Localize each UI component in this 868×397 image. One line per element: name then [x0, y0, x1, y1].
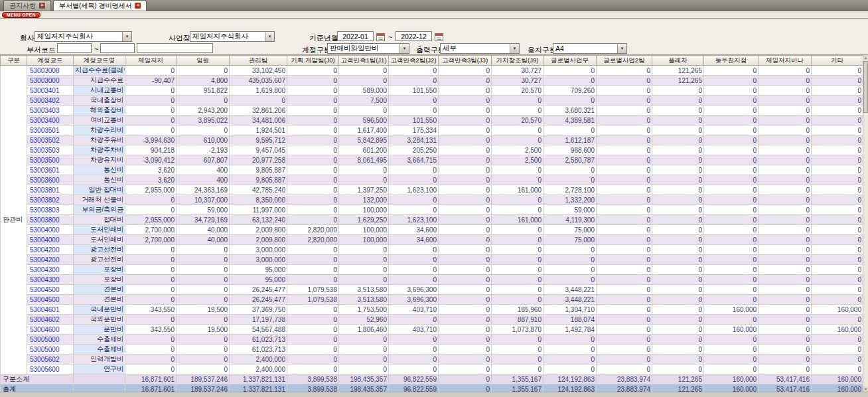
value-cell[interactable]: 3,664,715: [389, 155, 439, 165]
value-cell[interactable]: 61,023,713: [230, 335, 287, 345]
value-cell[interactable]: 160,000: [812, 305, 863, 315]
value-cell[interactable]: 0: [287, 86, 339, 96]
value-cell[interactable]: 160,000: [704, 305, 759, 315]
value-cell[interactable]: 0: [812, 145, 863, 155]
value-cell[interactable]: 400: [177, 165, 230, 175]
value-cell[interactable]: 1,623,100: [389, 185, 439, 195]
account-name-cell[interactable]: 수출제비: [74, 335, 125, 345]
value-cell[interactable]: 0: [812, 345, 863, 355]
account-code-cell[interactable]: 53004600: [27, 325, 74, 335]
value-cell[interactable]: 0: [812, 285, 863, 295]
value-cell[interactable]: 887,910: [492, 315, 543, 325]
value-cell[interactable]: 0: [652, 225, 704, 235]
column-header[interactable]: 동두천지점: [704, 56, 759, 66]
value-cell[interactable]: 0: [339, 66, 389, 76]
value-cell[interactable]: 0: [597, 245, 652, 255]
account-code-cell[interactable]: 53003503: [27, 145, 74, 155]
value-cell[interactable]: 26,245,477: [230, 285, 287, 295]
account-name-cell[interactable]: 국내출장비: [74, 96, 125, 106]
account-name-cell[interactable]: 포장비: [74, 275, 125, 285]
value-cell[interactable]: 0: [704, 145, 759, 155]
value-cell[interactable]: 0: [652, 116, 704, 125]
value-cell[interactable]: 0: [759, 165, 812, 175]
value-cell[interactable]: 1,924,501: [230, 125, 287, 135]
account-name-cell[interactable]: 해외출장비: [74, 106, 125, 116]
value-cell[interactable]: 0: [759, 335, 812, 345]
value-cell[interactable]: 0: [597, 215, 652, 225]
account-code-cell[interactable]: 53003501: [27, 125, 74, 135]
value-cell[interactable]: 0: [812, 135, 863, 145]
value-cell[interactable]: 0: [759, 116, 812, 125]
value-cell[interactable]: 0: [652, 355, 704, 364]
value-cell[interactable]: 0: [287, 345, 339, 355]
value-cell[interactable]: 0: [543, 76, 597, 86]
value-cell[interactable]: 0: [597, 285, 652, 295]
value-cell[interactable]: 2,700,000: [125, 235, 177, 245]
value-cell[interactable]: 0: [812, 225, 863, 235]
value-cell[interactable]: 0: [704, 185, 759, 195]
paper-type-select[interactable]: A4 ▼: [553, 43, 627, 54]
value-cell[interactable]: 0: [177, 295, 230, 305]
value-cell[interactable]: 0: [439, 285, 492, 295]
value-cell[interactable]: 9,457,045: [230, 145, 287, 155]
value-cell[interactable]: 0: [125, 355, 177, 364]
value-cell[interactable]: 0: [439, 225, 492, 235]
account-name-cell[interactable]: 시내교통비: [74, 86, 125, 96]
value-cell[interactable]: 20,570: [492, 116, 543, 125]
value-cell[interactable]: 160,000: [704, 374, 759, 384]
value-cell[interactable]: 19,500: [177, 305, 230, 315]
value-cell[interactable]: 9,805,887: [230, 165, 287, 175]
value-cell[interactable]: 0: [125, 96, 177, 106]
value-cell[interactable]: 0: [652, 135, 704, 145]
account-name-cell[interactable]: 통신비: [74, 165, 125, 175]
value-cell[interactable]: 0: [759, 215, 812, 225]
value-cell[interactable]: 0: [177, 265, 230, 275]
value-cell[interactable]: 0: [812, 335, 863, 345]
value-cell[interactable]: 0: [759, 325, 812, 335]
value-cell[interactable]: 2,943,200: [177, 106, 230, 116]
value-cell[interactable]: 100,000: [339, 205, 389, 215]
account-name-cell[interactable]: 국내운반비: [74, 305, 125, 315]
column-header[interactable]: 임원: [177, 56, 230, 66]
value-cell[interactable]: 0: [543, 265, 597, 275]
value-cell[interactable]: 33,102,450: [230, 66, 287, 76]
value-cell[interactable]: 0: [704, 255, 759, 265]
account-type-select[interactable]: 판매비와일반비 ▼: [327, 43, 409, 54]
value-cell[interactable]: 0: [812, 235, 863, 245]
value-cell[interactable]: 0: [652, 215, 704, 225]
account-code-cell[interactable]: 53003500: [27, 155, 74, 165]
value-cell[interactable]: 0: [492, 195, 543, 205]
value-cell[interactable]: 0: [543, 275, 597, 285]
value-cell[interactable]: 0: [287, 125, 339, 135]
value-cell[interactable]: 0: [339, 76, 389, 86]
value-cell[interactable]: 124,192,863: [543, 374, 597, 384]
value-cell[interactable]: 34,481,006: [230, 116, 287, 125]
value-cell[interactable]: 0: [704, 225, 759, 235]
value-cell[interactable]: 0: [759, 305, 812, 315]
value-cell[interactable]: 0: [125, 364, 177, 374]
table-row[interactable]: 53004000도서인쇄비2,700,00040,0002,009,8002,8…: [1, 225, 863, 235]
value-cell[interactable]: 0: [389, 106, 439, 116]
column-header[interactable]: 제일저지비나: [759, 56, 812, 66]
value-cell[interactable]: 0: [177, 66, 230, 76]
vertical-scrollbar[interactable]: ▲ ▼: [863, 55, 868, 392]
value-cell[interactable]: 0: [177, 255, 230, 265]
calendar-icon[interactable]: [435, 32, 443, 40]
value-cell[interactable]: 0: [652, 235, 704, 245]
value-cell[interactable]: 0: [704, 96, 759, 106]
account-code-cell[interactable]: 53004500: [27, 285, 74, 295]
value-cell[interactable]: 0: [704, 315, 759, 325]
value-cell[interactable]: 26,245,477: [230, 295, 287, 305]
value-cell[interactable]: 32,861,206: [230, 106, 287, 116]
value-cell[interactable]: 0: [287, 135, 339, 145]
account-code-cell[interactable]: 53004200: [27, 245, 74, 255]
value-cell[interactable]: 0: [125, 106, 177, 116]
value-cell[interactable]: 0: [439, 96, 492, 106]
value-cell[interactable]: 0: [652, 145, 704, 155]
value-cell[interactable]: 54,567,488: [230, 325, 287, 335]
value-cell[interactable]: 0: [652, 205, 704, 215]
value-cell[interactable]: 95,000: [230, 275, 287, 285]
column-header[interactable]: 고객만족2팀(J2): [389, 56, 439, 66]
table-row[interactable]: 53003401시내교통비0951,8221,619,8000589,00010…: [1, 86, 863, 96]
value-cell[interactable]: 0: [439, 155, 492, 165]
